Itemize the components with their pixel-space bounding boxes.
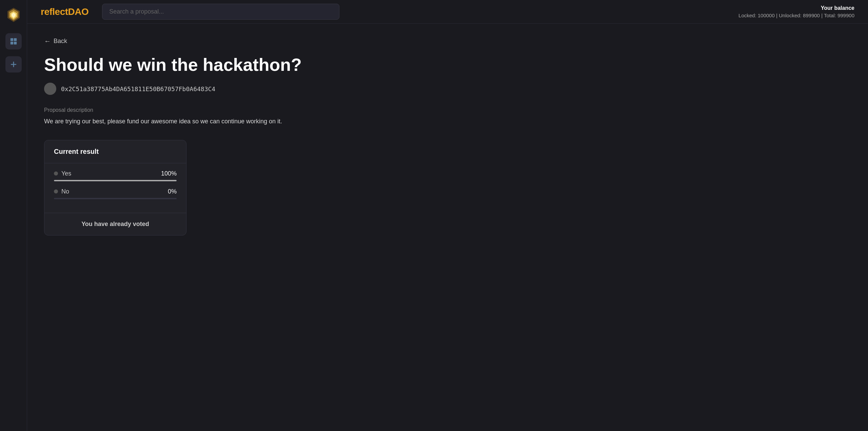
sidebar-item-add[interactable]: [5, 56, 22, 73]
search-wrapper: [102, 4, 339, 20]
proposal-desc-text: We are trying our best, please fund our …: [44, 117, 851, 126]
author-row: 0x2C51a38775Ab4DA651811E50B67057Fb0A6483…: [44, 83, 851, 95]
logo-gem-icon: [7, 8, 20, 22]
back-label: Back: [54, 38, 67, 45]
plus-icon: [10, 61, 17, 68]
vote-yes-bar-fill: [54, 180, 177, 181]
content: ← Back Should we win the hackathon? 0x2C…: [27, 24, 868, 431]
already-voted-text: You have already voted: [54, 221, 177, 228]
search-input[interactable]: [102, 4, 339, 20]
proposal-desc-label: Proposal description: [44, 107, 851, 113]
vote-option-no: No 0%: [54, 188, 177, 199]
results-title: Current result: [54, 148, 99, 155]
svg-rect-7: [14, 42, 16, 44]
vote-yes-bar-bg: [54, 180, 177, 181]
svg-rect-6: [10, 42, 13, 44]
vote-yes-percentage: 100%: [161, 170, 177, 177]
vote-no-label: No: [54, 188, 69, 195]
proposal-title: Should we win the hackathon?: [44, 55, 851, 75]
results-card: Current result Yes 100%: [44, 140, 186, 235]
main-wrapper: reflectDAO Your balance Locked: 100000 |…: [27, 0, 868, 431]
logo[interactable]: [5, 7, 22, 23]
author-avatar: [44, 83, 56, 95]
already-voted-section: You have already voted: [44, 213, 186, 235]
sidebar-item-dashboard[interactable]: [5, 33, 22, 49]
vote-yes-label: Yes: [54, 170, 71, 177]
svg-rect-5: [14, 38, 16, 41]
vote-no-dot: [54, 189, 58, 193]
vote-yes-dot: [54, 171, 58, 176]
back-button[interactable]: ← Back: [44, 37, 67, 45]
header: reflectDAO Your balance Locked: 100000 |…: [27, 0, 868, 24]
back-arrow-icon: ←: [44, 37, 51, 45]
vote-no-bar-bg: [54, 198, 177, 199]
vote-option-yes-row: Yes 100%: [54, 170, 177, 177]
grid-icon: [10, 38, 17, 45]
vote-no-percentage: 0%: [168, 188, 177, 195]
results-header: Current result: [44, 140, 186, 163]
sidebar: [0, 0, 27, 431]
vote-option-no-row: No 0%: [54, 188, 177, 195]
svg-rect-9: [11, 64, 16, 65]
balance-details: Locked: 100000 | Unlocked: 899900 | Tota…: [738, 13, 854, 18]
brand-name: reflectDAO: [41, 6, 88, 17]
author-address: 0x2C51a38775Ab4DA651811E50B67057Fb0A6483…: [61, 85, 215, 93]
balance-area: Your balance Locked: 100000 | Unlocked: …: [738, 5, 854, 18]
balance-title: Your balance: [738, 5, 854, 11]
results-body: Yes 100% No 0%: [44, 163, 186, 213]
svg-rect-4: [10, 38, 13, 41]
vote-option-yes: Yes 100%: [54, 170, 177, 181]
